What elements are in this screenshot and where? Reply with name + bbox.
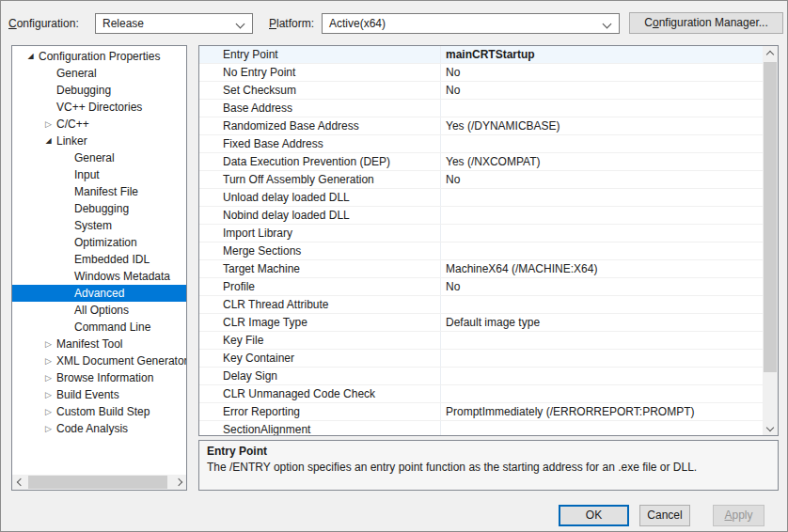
property-row[interactable]: SectionAlignment xyxy=(199,421,763,435)
property-row[interactable]: Data Execution Prevention (DEP)Yes (/NXC… xyxy=(199,153,763,171)
tree-expand-icon[interactable]: ▷ xyxy=(40,386,56,403)
property-row[interactable]: Target MachineMachineX64 (/MACHINE:X64) xyxy=(199,260,763,278)
property-row[interactable]: Error ReportingPromptImmediately (/ERROR… xyxy=(199,403,763,421)
tree-collapse-icon[interactable]: ◢ xyxy=(40,133,56,149)
property-name: Import Library xyxy=(199,225,441,242)
tree-expand-icon[interactable]: ▷ xyxy=(40,336,56,352)
property-value[interactable] xyxy=(441,100,763,117)
tree-expand-icon[interactable]: ▷ xyxy=(40,420,56,437)
property-row[interactable]: Base Address xyxy=(199,100,763,117)
scroll-down-button[interactable] xyxy=(763,419,778,435)
scroll-right-button[interactable] xyxy=(170,475,186,490)
scrollbar-thumb[interactable] xyxy=(28,476,167,489)
tree-item[interactable]: ◢Configuration Properties xyxy=(12,48,186,65)
property-row[interactable]: ProfileNo xyxy=(199,278,763,296)
property-row[interactable]: Key File xyxy=(199,332,763,350)
property-row[interactable]: Randomized Base AddressYes (/DYNAMICBASE… xyxy=(199,117,763,135)
property-row[interactable]: Nobind delay loaded DLL xyxy=(199,207,763,225)
property-row[interactable]: CLR Thread Attribute xyxy=(199,296,763,314)
property-value[interactable]: MachineX64 (/MACHINE:X64) xyxy=(441,260,763,277)
tree-item[interactable]: Debugging xyxy=(12,200,186,217)
tree-item[interactable]: ▷Build Events xyxy=(12,386,186,403)
configuration-dropdown[interactable]: Release xyxy=(95,13,253,34)
apply-button[interactable]: Apply xyxy=(713,505,764,526)
tree-item[interactable]: Command Line xyxy=(12,319,186,336)
property-name: Target Machine xyxy=(199,260,441,277)
tree-item[interactable]: Advanced xyxy=(12,285,186,302)
property-value[interactable]: No xyxy=(441,171,763,188)
platform-dropdown[interactable]: Active(x64) xyxy=(322,13,620,34)
property-value[interactable]: No xyxy=(441,278,763,295)
tree-item[interactable]: ◢Linker xyxy=(12,133,186,149)
property-row[interactable]: CLR Unmanaged Code Check xyxy=(199,385,763,403)
grid-vertical-scrollbar[interactable] xyxy=(763,46,778,435)
tree-item[interactable]: Windows Metadata xyxy=(12,268,186,285)
tree-collapse-icon[interactable]: ◢ xyxy=(23,48,39,65)
property-name: Data Execution Prevention (DEP) xyxy=(199,153,441,170)
property-row[interactable]: Turn Off Assembly GenerationNo xyxy=(199,171,763,189)
tree-item[interactable]: All Options xyxy=(12,302,186,319)
chevron-down-icon xyxy=(603,20,612,29)
tree-item[interactable]: General xyxy=(12,65,186,82)
property-value[interactable]: Yes (/DYNAMICBASE) xyxy=(441,117,763,134)
tree-item[interactable]: ▷Browse Information xyxy=(12,369,186,386)
property-value[interactable] xyxy=(441,225,763,242)
tree-item[interactable]: Input xyxy=(12,166,186,183)
scrollbar-thumb[interactable] xyxy=(764,62,777,372)
property-row[interactable]: Key Container xyxy=(199,350,763,368)
property-name: Nobind delay loaded DLL xyxy=(199,207,441,224)
tree-item[interactable]: ▷Code Analysis xyxy=(12,420,186,437)
property-row[interactable]: Entry PointmainCRTStartup xyxy=(199,46,763,64)
property-value[interactable] xyxy=(441,421,763,435)
property-row[interactable]: Import Library xyxy=(199,225,763,243)
property-value[interactable]: Yes (/NXCOMPAT) xyxy=(441,153,763,170)
property-row[interactable]: CLR Image TypeDefault image type xyxy=(199,314,763,332)
tree-item[interactable]: VC++ Directories xyxy=(12,99,186,116)
tree-item[interactable]: General xyxy=(12,149,186,166)
tree-expand-icon[interactable]: ▷ xyxy=(40,116,56,133)
tree-horizontal-scrollbar[interactable] xyxy=(12,475,186,490)
tree-expand-icon[interactable]: ▷ xyxy=(40,403,56,420)
property-value[interactable] xyxy=(441,368,763,384)
property-value[interactable] xyxy=(441,332,763,349)
property-value[interactable] xyxy=(441,207,763,224)
tree-item[interactable]: Manifest File xyxy=(12,183,186,200)
platform-label: Platform: xyxy=(269,17,314,30)
cancel-button[interactable]: Cancel xyxy=(639,505,690,526)
property-value[interactable]: Default image type xyxy=(441,314,763,331)
property-value[interactable]: No xyxy=(441,82,763,99)
tree-expand-icon[interactable]: ▷ xyxy=(40,369,56,386)
property-value[interactable] xyxy=(441,385,763,402)
property-row[interactable]: Fixed Base Address xyxy=(199,135,763,153)
chevron-right-icon xyxy=(174,478,181,486)
tree-item-label: Optimization xyxy=(74,236,137,249)
tree-item[interactable]: ▷Custom Build Step xyxy=(12,403,186,420)
property-row[interactable]: Delay Sign xyxy=(199,368,763,385)
property-row[interactable]: Set ChecksumNo xyxy=(199,82,763,100)
property-name: Turn Off Assembly Generation xyxy=(199,171,441,188)
tree-expand-icon[interactable]: ▷ xyxy=(40,352,56,369)
property-row[interactable]: Unload delay loaded DLL xyxy=(199,189,763,207)
ok-button[interactable]: OK xyxy=(559,505,629,526)
tree-item[interactable]: Embedded IDL xyxy=(12,251,186,268)
tree-item[interactable]: System xyxy=(12,217,186,234)
property-row[interactable]: Merge Sections xyxy=(199,243,763,260)
tree-item[interactable]: Debugging xyxy=(12,82,186,99)
property-value[interactable] xyxy=(441,243,763,259)
tree-item[interactable]: ▷C/C++ xyxy=(12,116,186,133)
tree-item[interactable]: ▷XML Document Generator xyxy=(12,352,186,369)
tree-item[interactable]: Optimization xyxy=(12,234,186,251)
property-value[interactable] xyxy=(441,350,763,367)
tree-item[interactable]: ▷Manifest Tool xyxy=(12,336,186,352)
property-value[interactable] xyxy=(441,135,763,152)
property-value[interactable]: PromptImmediately (/ERRORREPORT:PROMPT) xyxy=(441,403,763,420)
property-value[interactable] xyxy=(441,296,763,313)
property-value[interactable]: No xyxy=(441,64,763,81)
configuration-manager-button[interactable]: Configuration Manager... xyxy=(629,12,783,34)
property-value[interactable]: mainCRTStartup xyxy=(441,46,763,63)
property-value[interactable] xyxy=(441,189,763,206)
property-name: Unload delay loaded DLL xyxy=(199,189,441,206)
property-row[interactable]: No Entry PointNo xyxy=(199,64,763,82)
scroll-left-button[interactable] xyxy=(12,475,28,490)
scroll-up-button[interactable] xyxy=(763,46,778,62)
